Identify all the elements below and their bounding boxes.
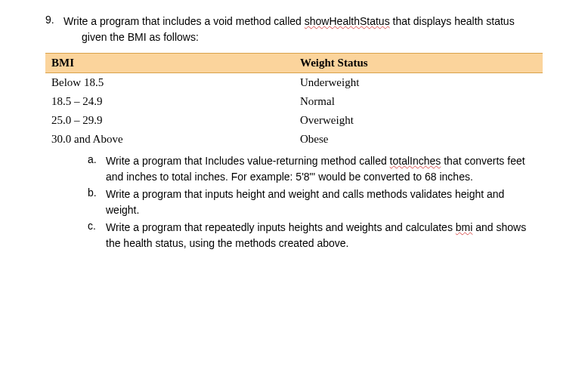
table-header-bmi: BMI: [45, 54, 294, 73]
sub-b-line1: Write a program that inputs height and w…: [106, 186, 543, 202]
sub-c-text-part2: and shows: [472, 221, 526, 233]
sub-body: Write a program that repeatedly inputs h…: [106, 220, 543, 251]
sub-question-b: b. Write a program that inputs height an…: [88, 186, 543, 218]
table-cell: Below 18.5: [45, 73, 294, 93]
table-cell: Underweight: [294, 73, 543, 93]
sub-body: Write a program that inputs height and w…: [106, 186, 543, 218]
sub-question-c: c. Write a program that repeatedly input…: [88, 220, 543, 251]
sub-a-line2: and inches to total inches. For example:…: [106, 169, 543, 185]
spellcheck-word-bmi: bmi: [456, 221, 473, 233]
page-content: 9. Write a program that includes a void …: [0, 0, 588, 251]
spellcheck-word-showhealthstatus: showHealthStatus: [305, 15, 390, 27]
table-row: 30.0 and Above Obese: [45, 130, 543, 149]
table-header-status: Weight Status: [294, 54, 543, 73]
sub-letter: a.: [88, 153, 106, 165]
table-row: 18.5 – 24.9 Normal: [45, 92, 543, 111]
sub-letter: c.: [88, 220, 106, 232]
sub-a-text-part1: Write a program that Includes value-retu…: [106, 155, 390, 167]
sub-c-text-part1: Write a program that repeatedly inputs h…: [106, 221, 456, 233]
table-cell: 30.0 and Above: [45, 130, 294, 149]
sub-question-list: a. Write a program that Includes value-r…: [88, 153, 543, 251]
question-row: 9. Write a program that includes a void …: [45, 14, 543, 45]
question-text-line2: given the BMI as follows:: [82, 29, 543, 45]
table-cell: 18.5 – 24.9: [45, 92, 294, 111]
table-cell: Obese: [294, 130, 543, 149]
sub-question-a: a. Write a program that Includes value-r…: [88, 153, 543, 185]
table-cell: Normal: [294, 92, 543, 111]
question-body: Write a program that includes a void met…: [63, 14, 543, 45]
table-header-row: BMI Weight Status: [45, 54, 543, 73]
sub-b-line2: weight.: [106, 202, 543, 218]
bmi-table: BMI Weight Status Below 18.5 Underweight…: [45, 53, 543, 149]
bmi-table-wrap: BMI Weight Status Below 18.5 Underweight…: [45, 53, 543, 149]
table-row: Below 18.5 Underweight: [45, 73, 543, 93]
sub-c-line2: the health status, using the methods cre…: [106, 236, 543, 251]
sub-body: Write a program that Includes value-retu…: [106, 153, 543, 185]
table-cell: Overweight: [294, 111, 543, 130]
sub-letter: b.: [88, 186, 106, 199]
spellcheck-word-totalinches: totalInches: [390, 155, 441, 167]
question-text-part1: Write a program that includes a void met…: [63, 15, 305, 27]
question-number: 9.: [45, 14, 63, 26]
table-row: 25.0 – 29.9 Overweight: [45, 111, 543, 130]
question-text-part2: that displays health status: [390, 15, 515, 27]
table-cell: 25.0 – 29.9: [45, 111, 294, 130]
sub-a-text-part2: that converts feet: [441, 155, 525, 167]
